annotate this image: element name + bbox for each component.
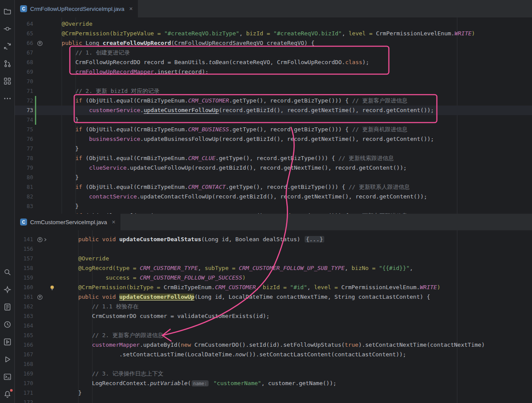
search-icon[interactable] bbox=[0, 263, 14, 281]
line-number[interactable]: 161 bbox=[15, 292, 33, 302]
code-text[interactable]: .setContactLastTime(LocalDateTime.now())… bbox=[65, 350, 406, 359]
line-number[interactable]: 160 bbox=[15, 283, 33, 292]
line-number[interactable]: 171 bbox=[15, 388, 33, 398]
code-line[interactable]: 68 CrmFollowUpRecordDO record = BeanUtil… bbox=[15, 58, 532, 67]
code-line[interactable]: 163 CrmCustomerDO customer = validateCus… bbox=[15, 311, 532, 321]
code-text[interactable]: if (ObjUtil.equal(CrmBizTypeEnum.CRM_CLU… bbox=[48, 154, 394, 163]
code-line[interactable]: 69 crmFollowUpRecordMapper.insert(record… bbox=[15, 67, 532, 77]
gutter[interactable]: 70 bbox=[15, 77, 48, 86]
line-number[interactable]: 141 bbox=[15, 235, 33, 244]
line-number[interactable]: 68 bbox=[15, 58, 33, 67]
code-text[interactable]: // 3. 记录操作日志上下文 bbox=[65, 369, 164, 379]
line-number[interactable]: 67 bbox=[15, 48, 33, 58]
code-line[interactable]: 83 } bbox=[15, 202, 532, 211]
todo-icon[interactable] bbox=[0, 298, 14, 316]
code-text[interactable]: // 2. 更新客户的跟进信息 bbox=[65, 331, 164, 340]
line-number[interactable]: 80 bbox=[15, 173, 33, 182]
notifications-icon[interactable] bbox=[0, 386, 14, 403]
more-tool-windows-icon[interactable] bbox=[0, 90, 14, 107]
line-number[interactable]: 158 bbox=[15, 263, 33, 273]
vcs-update-icon[interactable] bbox=[0, 38, 14, 55]
gutter[interactable]: 141 bbox=[15, 235, 65, 244]
line-number[interactable]: 76 bbox=[15, 134, 33, 144]
tab-crm-customer-service-impl[interactable]: C CrmCustomerServiceImpl.java × bbox=[15, 214, 120, 230]
gutter[interactable]: 64 bbox=[15, 19, 48, 29]
gutter[interactable]: 69 bbox=[15, 67, 48, 77]
project-icon[interactable] bbox=[0, 3, 14, 20]
gutter[interactable]: 163 bbox=[15, 311, 65, 321]
code-line[interactable]: 169 // 3. 记录操作日志上下文 bbox=[15, 369, 532, 379]
structure-icon[interactable] bbox=[0, 72, 14, 90]
tab-crm-follow-up-record-service-impl[interactable]: C CrmFollowUpRecordServiceImpl.java × bbox=[15, 0, 138, 17]
code-text[interactable]: customerService.updateCustomerFollowUp(r… bbox=[48, 106, 434, 115]
line-number[interactable]: 77 bbox=[15, 144, 33, 154]
code-text[interactable]: clueService.updateClueFollowUp(record.ge… bbox=[48, 163, 407, 173]
code-line[interactable]: 168 bbox=[15, 359, 532, 369]
line-number[interactable]: 169 bbox=[15, 369, 33, 379]
code-line[interactable]: 66 public Long createFollowUpRecord(CrmF… bbox=[15, 38, 532, 48]
code-text[interactable]: // 1. 创建更进记录 bbox=[48, 48, 130, 58]
terminal-icon[interactable] bbox=[0, 368, 14, 386]
gutter[interactable]: 75 bbox=[15, 125, 48, 134]
editor-top[interactable]: 64 @Override65 @CrmPermission(bizTypeVal… bbox=[15, 17, 532, 214]
line-number[interactable]: 168 bbox=[15, 359, 33, 369]
code-text[interactable]: // 2. 更新 bizId 对应的记录 bbox=[48, 86, 159, 96]
code-line[interactable]: 157 @Override bbox=[15, 254, 532, 263]
line-number[interactable]: 81 bbox=[15, 182, 33, 192]
code-line[interactable]: 77 } bbox=[15, 144, 532, 154]
code-line[interactable]: 79 clueService.updateClueFollowUp(record… bbox=[15, 163, 532, 173]
editor-bottom[interactable]: 141 public void updateCustomerDealStatus… bbox=[15, 230, 532, 403]
code-line[interactable]: 78 if (ObjUtil.equal(CrmBizTypeEnum.CRM_… bbox=[15, 154, 532, 163]
gutter[interactable]: 172 bbox=[15, 398, 65, 403]
code-text[interactable]: crmFollowUpRecordMapper.insert(record); bbox=[48, 67, 209, 77]
code-line[interactable]: 71 // 2. 更新 bizId 对应的记录 bbox=[15, 86, 532, 96]
line-number[interactable]: 71 bbox=[15, 86, 33, 96]
code-text[interactable]: } bbox=[65, 388, 82, 398]
line-number[interactable]: 65 bbox=[15, 29, 33, 38]
gutter[interactable]: 157 bbox=[15, 254, 65, 263]
code-line[interactable]: 171 } bbox=[15, 388, 532, 398]
code-line[interactable]: 72 if (ObjUtil.equal(CrmBizTypeEnum.CRM_… bbox=[15, 96, 532, 106]
code-text[interactable]: if (ObjUtil.equal(CrmBizTypeEnum.CRM_CUS… bbox=[48, 96, 408, 106]
code-text[interactable]: contactService.updateContactFollowUp(rec… bbox=[48, 192, 427, 202]
gutter[interactable]: 162 bbox=[15, 302, 65, 311]
line-number[interactable]: 70 bbox=[15, 77, 33, 86]
line-number[interactable]: 162 bbox=[15, 302, 33, 311]
gutter[interactable]: 171 bbox=[15, 388, 65, 398]
code-line[interactable]: 172 bbox=[15, 398, 532, 403]
pull-requests-icon[interactable] bbox=[0, 55, 14, 72]
line-number[interactable]: 157 bbox=[15, 254, 33, 263]
code-line[interactable]: 165 // 2. 更新客户的跟进信息 bbox=[15, 331, 532, 340]
code-line[interactable]: 76 businessService.updateBusinessFollowU… bbox=[15, 134, 532, 144]
line-number[interactable]: 82 bbox=[15, 192, 33, 202]
line-number[interactable]: 156 bbox=[15, 244, 33, 254]
code-line[interactable]: 81 if (ObjUtil.equal(CrmBizTypeEnum.CRM_… bbox=[15, 182, 532, 192]
code-line[interactable]: 170 LogRecordContext.putVariable(name: "… bbox=[15, 379, 532, 388]
line-number[interactable]: 163 bbox=[15, 311, 33, 321]
gutter[interactable]: 170 bbox=[15, 379, 65, 388]
line-number[interactable]: 64 bbox=[15, 19, 33, 29]
code-line[interactable]: 84 if (ObjUtil.equal(CrmBizTypeEnum.CRM_… bbox=[15, 211, 532, 214]
gutter[interactable]: 165 bbox=[15, 331, 65, 340]
code-text[interactable]: CrmFollowUpRecordDO record = BeanUtils.t… bbox=[48, 58, 369, 67]
code-text[interactable]: CrmCustomerDO customer = validateCustome… bbox=[65, 311, 270, 321]
ai-assistant-icon[interactable] bbox=[0, 281, 14, 298]
gutter[interactable]: 65 bbox=[15, 29, 48, 38]
code-text[interactable]: @Override bbox=[65, 254, 109, 263]
code-line[interactable]: 82 contactService.updateContactFollowUp(… bbox=[15, 192, 532, 202]
intention-bulb-icon[interactable] bbox=[49, 285, 55, 290]
line-number[interactable]: 75 bbox=[15, 125, 33, 134]
code-line[interactable]: 67 // 1. 创建更进记录 bbox=[15, 48, 532, 58]
code-line[interactable]: 73 customerService.updateCustomerFollowU… bbox=[15, 106, 532, 115]
code-text[interactable]: @CrmPermission(bizType = CrmBizTypeEnum.… bbox=[65, 283, 440, 292]
code-text[interactable]: } bbox=[48, 115, 79, 125]
line-number[interactable]: 170 bbox=[15, 379, 33, 388]
commit-icon[interactable] bbox=[0, 20, 14, 38]
code-line[interactable]: 158 @LogRecord(type = CRM_CUSTOMER_TYPE,… bbox=[15, 263, 532, 273]
gutter[interactable]: 80 bbox=[15, 173, 48, 182]
gutter[interactable]: 72 bbox=[15, 96, 48, 106]
gutter[interactable]: 66 bbox=[15, 38, 48, 48]
code-text[interactable]: // 1.1 校验存在 bbox=[65, 302, 138, 311]
code-text[interactable]: @CrmPermission(bizTypeValue = "#createRe… bbox=[48, 29, 475, 38]
code-line[interactable]: 161 public void updateCustomerFollowUp(L… bbox=[15, 292, 532, 302]
